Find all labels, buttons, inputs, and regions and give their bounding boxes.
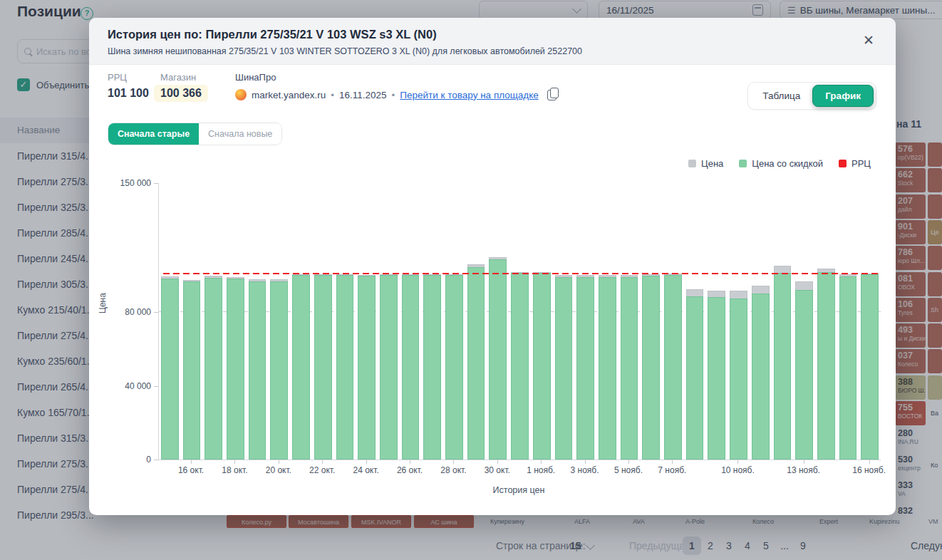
goto-product-link[interactable]: Перейти к товару на площадке [400, 90, 538, 100]
sort-newest-first-button[interactable]: Сначала новые [199, 123, 281, 145]
x-tick-mark [541, 460, 542, 464]
bar-discount-price[interactable] [774, 273, 792, 460]
bar-discount-price[interactable] [730, 299, 747, 460]
legend-label: Цена со скидкой [752, 158, 823, 169]
modal-title: История цен по: Пирелли 275/35/21 V 103 … [108, 28, 437, 41]
bar-discount-price[interactable] [358, 276, 376, 460]
y-tick-mark [154, 312, 158, 313]
bar-discount-price[interactable] [336, 275, 354, 460]
y-tick-mark [154, 386, 158, 387]
x-tick-mark [585, 460, 586, 464]
legend-swatch-icon [739, 160, 747, 167]
legend-swatch-icon [688, 160, 696, 167]
bar-discount-price[interactable] [292, 275, 310, 460]
legend-swatch-icon [839, 160, 847, 167]
bar-discount-price[interactable] [183, 281, 201, 460]
bar-discount-price[interactable] [467, 267, 485, 460]
bar-discount-price[interactable] [380, 275, 398, 460]
price-history-modal: История цен по: Пирелли 275/35/21 V 103 … [89, 18, 896, 515]
rrc-label: РРЦ [108, 72, 149, 83]
marketplace-row: market.yandex.ru • 16.11.2025 • Перейти … [235, 89, 557, 100]
x-tick-mark [737, 460, 738, 464]
x-axis-title: История цен [447, 485, 590, 495]
rrc-dashed-line [163, 273, 881, 274]
modal-header: История цен по: Пирелли 275/35/21 V 103 … [89, 18, 896, 65]
bar-discount-price[interactable] [249, 281, 266, 460]
yandex-market-icon [235, 89, 247, 100]
legend-item: Цена [688, 158, 723, 169]
bar-discount-price[interactable] [161, 279, 179, 460]
dot-separator: • [331, 90, 334, 100]
bar-discount-price[interactable] [402, 275, 420, 460]
legend-item: Цена со скидкой [739, 158, 823, 169]
legend-label: Цена [701, 158, 723, 169]
sort-oldest-first-button[interactable]: Сначала старые [108, 123, 199, 145]
bar-discount-price[interactable] [621, 277, 638, 460]
bar-discount-price[interactable] [205, 278, 222, 460]
x-tick-mark [366, 460, 367, 464]
store-name: ШинаПро [235, 72, 276, 83]
x-tick-mark [672, 460, 673, 464]
x-tick-mark [453, 460, 454, 464]
shop-price-block: Магазин 100 366 [160, 72, 208, 102]
modal-subtitle: Шина зимняя нешипованная 275/35/21 V 103… [108, 46, 582, 56]
bar-discount-price[interactable] [270, 281, 288, 460]
y-tick-mark [154, 460, 158, 460]
y-tick-label: 80 000 [101, 307, 151, 317]
copy-icon[interactable] [547, 90, 557, 100]
rrc-block: РРЦ 101 100 [108, 72, 149, 100]
shop-value: 100 366 [154, 85, 208, 102]
x-tick-label: 16 нояб. [843, 465, 896, 475]
x-tick-mark [497, 460, 498, 464]
x-tick-mark [869, 460, 870, 464]
close-icon[interactable]: ✕ [863, 32, 874, 48]
legend-item: РРЦ [839, 158, 871, 169]
x-tick-mark [628, 460, 629, 464]
y-tick-mark [154, 183, 158, 184]
y-tick-label: 40 000 [101, 381, 151, 391]
y-tick-label: 0 [101, 455, 151, 465]
bar-discount-price[interactable] [839, 276, 857, 460]
marketplace-domain: market.yandex.ru [252, 90, 326, 100]
price-date: 16.11.2025 [339, 90, 387, 100]
sort-switcher: Сначала старые Сначала новые [108, 123, 282, 145]
bar-discount-price[interactable] [795, 290, 813, 460]
x-tick-mark [322, 460, 323, 464]
chart-legend: ЦенаЦена со скидкойРРЦ [688, 158, 871, 169]
view-switcher: Таблица График [747, 82, 876, 110]
x-tick-mark [410, 460, 410, 464]
x-tick-label: 13 нояб. [777, 465, 830, 475]
bar-discount-price[interactable] [817, 272, 835, 460]
x-tick-mark [804, 460, 804, 464]
x-tick-mark [191, 460, 192, 464]
bar-discount-price[interactable] [686, 296, 704, 460]
bar-discount-price[interactable] [314, 275, 332, 460]
x-tick-mark [279, 460, 279, 464]
bar-discount-price[interactable] [511, 273, 529, 460]
dot-separator: • [392, 90, 395, 100]
bar-discount-price[interactable] [576, 277, 594, 460]
x-tick-label: 10 нояб. [711, 465, 764, 475]
bar-discount-price[interactable] [752, 294, 770, 460]
x-tick-label: 7 нояб. [646, 465, 698, 475]
price-history-chart [158, 183, 881, 460]
chart-view-button[interactable]: График [812, 85, 874, 107]
bar-discount-price[interactable] [664, 275, 682, 460]
bar-discount-price[interactable] [642, 276, 660, 460]
bar-discount-price[interactable] [445, 275, 463, 460]
bar-discount-price[interactable] [599, 277, 616, 460]
y-tick-label: 150 000 [101, 178, 151, 188]
bar-discount-price[interactable] [861, 274, 879, 460]
bar-discount-price[interactable] [533, 273, 551, 460]
legend-label: РРЦ [852, 158, 871, 169]
x-tick-mark [234, 460, 235, 464]
table-view-button[interactable]: Таблица [750, 85, 812, 106]
shop-label: Магазин [160, 72, 208, 83]
bar-discount-price[interactable] [555, 277, 573, 460]
bar-discount-price[interactable] [708, 297, 725, 460]
rrc-value: 101 100 [108, 87, 149, 100]
bar-discount-price[interactable] [489, 259, 507, 460]
bar-discount-price[interactable] [227, 279, 244, 460]
bar-discount-price[interactable] [423, 275, 441, 460]
